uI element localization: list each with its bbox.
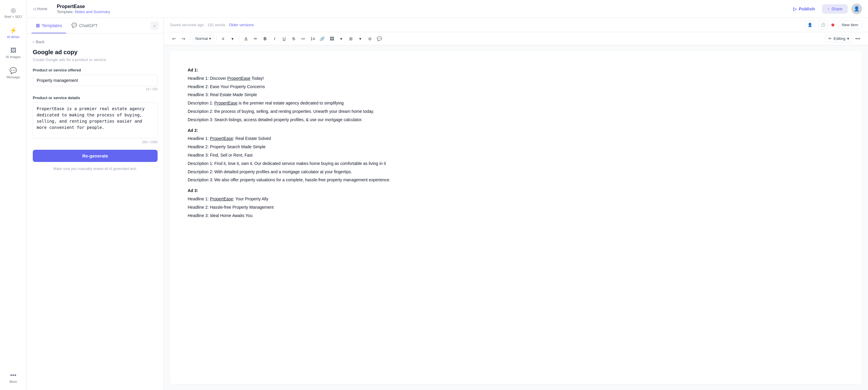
highlight-button[interactable]: ✏ [251, 35, 260, 43]
editor-line: Headline 2: Hassle-free Property Managem… [188, 204, 844, 211]
sidebar-item-label: Message [6, 75, 20, 79]
share-label: Share [831, 6, 842, 11]
panel-content: ‹ Back Google ad copy Create Google ads … [27, 34, 163, 390]
ai-images-icon: 🖼 [10, 47, 17, 54]
editor-line: Ad 2: [188, 127, 844, 134]
strikethrough-button[interactable]: S [289, 35, 298, 43]
home-label: Home [37, 6, 48, 11]
image-dropdown-button[interactable]: ▾ [337, 35, 345, 43]
redo-button[interactable]: ↪ [179, 35, 188, 43]
editing-label: Editing [833, 36, 845, 41]
template-link[interactable]: Notes and Summary [75, 9, 110, 14]
regenerate-label: Re-generate [82, 153, 108, 158]
history-icon-button[interactable]: 🕐 [818, 20, 828, 30]
sidebar-item-label: AI Writer [7, 35, 20, 39]
more-options-button[interactable]: ••• [854, 35, 862, 43]
templates-tab-label: Templates [42, 23, 62, 28]
details-char-count: 260 / 1000 [33, 140, 158, 144]
chevron-down-icon: ▾ [209, 36, 211, 41]
sidebar-item-ai-images[interactable]: 🖼 AI Images [1, 44, 25, 62]
text-color-button[interactable]: A [242, 35, 250, 43]
templates-panel: ▦ Templates 💬 ChatGPT ‹ ‹ Back Google ad… [27, 18, 164, 390]
editor-topbar: Saved seconds ago 191 words Older versio… [164, 18, 868, 32]
table-button[interactable]: ⊞ [347, 35, 355, 43]
image-button[interactable]: 🖼 [328, 35, 336, 43]
sidebar-item-label: Brief + SEO [4, 15, 22, 19]
template-label: Template: [57, 9, 73, 14]
style-label: Normal [195, 36, 208, 41]
editor-line: Headline 1: PropertEase: Your Property A… [188, 196, 844, 203]
word-count: 191 words [207, 23, 225, 27]
editor-line: Headline 3: Find, Sell or Rent, Fast [188, 152, 844, 159]
editor-line: Headline 1: Discover PropertEase Today! [188, 75, 844, 82]
editor-line: Ad 1: [188, 67, 844, 74]
new-item-label: New Item [842, 23, 858, 27]
ai-writer-icon: ⚡ [9, 27, 17, 34]
collapse-panel-button[interactable]: ‹ [150, 22, 159, 30]
product-char-count: 19 / 150 [33, 87, 158, 91]
editor-line: Headline 3: Real Estate Made Simple [188, 91, 844, 99]
form-subtitle: Create Google ads for a product or servi… [33, 58, 158, 62]
toolbar-divider-1 [190, 36, 190, 42]
comment-button[interactable]: 💬 [375, 35, 384, 43]
chevron-down-icon: ▾ [847, 36, 849, 41]
editor-line: Headline 1: PropertEase: Real Estate Sol… [188, 135, 844, 142]
editor-line: Description 2: the process of buying, se… [188, 108, 844, 115]
chevron-left-icon: ‹ [33, 40, 34, 44]
editor-line: Description 3: We also offer property va… [188, 176, 844, 184]
regenerate-button[interactable]: Re-generate [33, 150, 158, 162]
undo-button[interactable]: ↩ [170, 35, 178, 43]
details-field-label: Product or service details [33, 96, 158, 100]
link-button[interactable]: 🔗 [318, 35, 327, 43]
editor-line: Ad 3: [188, 187, 844, 194]
bold-button[interactable]: B [261, 35, 269, 43]
notification-dot [831, 24, 834, 27]
align-button[interactable]: ≡ [219, 35, 227, 43]
editor-line: Description 1: PropertEase is the premie… [188, 100, 844, 107]
product-input[interactable] [33, 75, 158, 86]
share-icon: ↑ [828, 6, 830, 11]
new-item-button[interactable]: New Item [838, 21, 862, 29]
product-field-label: Product or service offered [33, 68, 158, 72]
toolbar-divider-2 [216, 36, 217, 42]
align-dropdown-button[interactable]: ▾ [228, 35, 237, 43]
editing-mode-selector[interactable]: ✏ Editing ▾ [825, 35, 852, 42]
user-icon-button[interactable]: 👤 [805, 20, 815, 30]
underline-button[interactable]: U [280, 35, 288, 43]
sidebar-item-more[interactable]: ••• More [1, 369, 25, 386]
older-versions-link[interactable]: Older versions [229, 23, 254, 27]
chatgpt-tab-label: ChatGPT [79, 23, 98, 28]
home-link[interactable]: ◁ Home [33, 6, 48, 11]
editor-line: Description 2: With detailed property pr… [188, 168, 844, 176]
app-title: PropertEase [57, 4, 85, 9]
editor-line: Headline 2: Ease Your Property Concerns [188, 84, 844, 91]
bullet-list-button[interactable]: ≔ [299, 35, 307, 43]
tab-chatgpt[interactable]: 💬 ChatGPT [67, 18, 102, 33]
ordered-list-button[interactable]: 1≡ [309, 35, 317, 43]
publish-button[interactable]: ▷ Publish [790, 4, 818, 14]
edit-pencil-icon: ✏ [828, 36, 832, 41]
form-title: Google ad copy [33, 49, 158, 56]
share-button[interactable]: ↑ Share [822, 4, 848, 14]
toolbar-divider-3 [239, 36, 240, 42]
content-area: ▦ Templates 💬 ChatGPT ‹ ‹ Back Google ad… [27, 18, 868, 390]
sidebar-item-ai-writer[interactable]: ⚡ AI Writer [1, 24, 25, 42]
table-dropdown-button[interactable]: ▾ [356, 35, 365, 43]
main-container: ◁ Home PropertEase Template: Notes and S… [27, 0, 868, 390]
sidebar-item-message[interactable]: 💬 Message [1, 64, 25, 82]
save-status: Saved seconds ago [170, 23, 204, 27]
details-textarea[interactable] [33, 102, 158, 138]
brief-seo-icon: ◎ [11, 6, 16, 14]
top-header: ◁ Home PropertEase Template: Notes and S… [27, 0, 868, 18]
clear-format-button[interactable]: ⊘ [366, 35, 374, 43]
editor-content-area[interactable]: Ad 1:Headline 1: Discover PropertEase To… [170, 51, 862, 384]
disclaimer-text: Make sure you manually review all AI gen… [33, 166, 158, 171]
style-selector[interactable]: Normal ▾ [193, 35, 214, 42]
tab-templates[interactable]: ▦ Templates [32, 18, 66, 33]
sidebar: ◎ Brief + SEO ⚡ AI Writer 🖼 AI Images 💬 … [0, 0, 27, 390]
chevron-left-icon: ◁ [33, 6, 36, 11]
back-link[interactable]: ‹ Back [33, 40, 158, 44]
sidebar-item-brief-seo[interactable]: ◎ Brief + SEO [1, 4, 25, 22]
italic-button[interactable]: I [271, 35, 279, 43]
publish-icon: ▷ [793, 6, 797, 11]
